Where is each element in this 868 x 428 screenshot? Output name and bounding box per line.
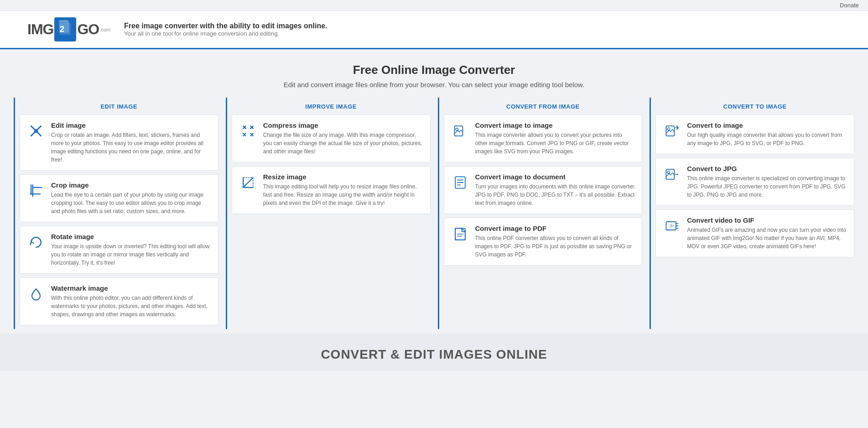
tool-card-watermark-image[interactable]: Watermark imageWith this online photo ed… [20, 277, 218, 325]
tool-content-compress-image: Compress imageChange the file size of an… [263, 121, 424, 156]
tool-desc-rotate-image: Your image is upside down or inverted? T… [51, 242, 212, 267]
tool-title-convert-image-to-pdf: Convert image to PDF [475, 224, 636, 232]
category-edit-image: EDIT IMAGE Edit imageCrop or rotate an i… [14, 98, 218, 329]
tool-title-watermark-image: Watermark image [51, 284, 212, 292]
convert-doc-icon [451, 173, 470, 192]
rotate-icon [26, 233, 46, 252]
tool-card-convert-to-jpg[interactable]: Convert to JPGThis online image converte… [655, 158, 854, 206]
tool-desc-watermark-image: With this online photo editor, you can a… [51, 294, 212, 318]
hero-subtitle: Edit and convert image files online from… [9, 81, 859, 89]
hero-title: Free Online Image Converter [9, 63, 859, 77]
logo-com-text: .com [99, 27, 110, 32]
edit-icon [26, 121, 46, 141]
tool-content-convert-to-image-tool: Convert to imageOur high quality image c… [687, 121, 847, 147]
tool-content-convert-image-to-image: Convert image to imageThis image convert… [475, 121, 636, 156]
tool-desc-convert-to-image-tool: Our high quality image converter that al… [687, 131, 847, 147]
convert-pdf-icon [451, 224, 470, 244]
category-header-convert-to-image: CONVERT TO IMAGE [655, 98, 854, 115]
tool-desc-convert-video-to-gif: Animated GIFs are amazing and now you ca… [687, 226, 847, 251]
categories-section: EDIT IMAGE Edit imageCrop or rotate an i… [0, 98, 868, 329]
compress-icon [239, 121, 258, 141]
donate-link[interactable]: Donate [840, 2, 859, 9]
tool-title-resize-image: Resize image [263, 173, 424, 181]
logo-img-text: IMG [27, 21, 53, 38]
category-improve-image: IMPROVE IMAGE Compress imageChange the f… [226, 98, 431, 329]
category-convert-to-image: CONVERT TO IMAGE Convert to imageOur hig… [650, 98, 854, 329]
top-bar: Donate [0, 0, 868, 11]
tool-desc-convert-image-to-image: This image converter allows you to conve… [475, 131, 636, 156]
tool-content-convert-to-jpg: Convert to JPGThis online image converte… [687, 165, 847, 199]
svg-point-17 [667, 128, 670, 130]
tool-title-edit-image-tool: Edit image [51, 121, 212, 129]
tool-content-convert-video-to-gif: Convert video to GIFAnimated GIFs are am… [687, 216, 847, 251]
tool-title-convert-to-jpg: Convert to JPG [687, 165, 847, 172]
to-image-icon [662, 121, 681, 141]
tool-content-resize-image: Resize imageThis image editing tool will… [263, 173, 424, 207]
resize-icon [239, 173, 258, 192]
header-tagline-main: Free image converter with the ability to… [124, 22, 327, 30]
tool-content-convert-image-to-document: Convert image to documentTurn your image… [475, 173, 636, 207]
tool-content-rotate-image: Rotate imageYour image is upside down or… [51, 233, 212, 267]
tool-desc-resize-image: This image editing tool will help you to… [263, 183, 424, 207]
tool-title-convert-image-to-image: Convert image to image [475, 121, 636, 129]
watermark-icon [26, 284, 46, 303]
crop-icon [26, 181, 46, 200]
tool-card-crop-image[interactable]: Crop imageLead the eye to a certain part… [20, 174, 218, 222]
tool-card-convert-image-to-document[interactable]: Convert image to documentTurn your image… [444, 166, 643, 214]
tool-title-crop-image: Crop image [51, 181, 212, 189]
category-header-convert-from-image: CONVERT FROM IMAGE [444, 98, 643, 115]
tool-desc-edit-image-tool: Crop or rotate an image. Add filters, te… [51, 131, 212, 164]
svg-text:2: 2 [60, 25, 64, 34]
tool-content-crop-image: Crop imageLead the eye to a certain part… [51, 181, 212, 215]
tool-content-convert-image-to-pdf: Convert image to PDFThis online PDF conv… [475, 224, 636, 259]
tool-title-compress-image: Compress image [263, 121, 424, 129]
header-tagline-sub: Your all in one tool for online image co… [124, 30, 327, 37]
tool-card-compress-image[interactable]: Compress imageChange the file size of an… [232, 115, 431, 162]
svg-point-8 [456, 128, 458, 130]
tool-card-convert-to-image-tool[interactable]: Convert to imageOur high quality image c… [655, 115, 854, 154]
tool-card-rotate-image[interactable]: Rotate imageYour image is upside down or… [20, 226, 218, 274]
tool-desc-crop-image: Lead the eye to a certain part of your p… [51, 191, 212, 215]
tool-title-rotate-image: Rotate image [51, 233, 212, 240]
tool-content-watermark-image: Watermark imageWith this online photo ed… [51, 284, 212, 318]
convert-image-icon [451, 121, 470, 141]
tool-card-resize-image[interactable]: Resize imageThis image editing tool will… [232, 166, 431, 214]
tool-content-edit-image-tool: Edit imageCrop or rotate an image. Add f… [51, 121, 212, 164]
to-gif-icon [662, 216, 681, 235]
tool-card-convert-image-to-image[interactable]: Convert image to imageThis image convert… [444, 115, 643, 162]
tool-title-convert-video-to-gif: Convert video to GIF [687, 216, 847, 224]
logo-box: 2 [54, 17, 76, 42]
tool-card-convert-image-to-pdf[interactable]: Convert image to PDFThis online PDF conv… [444, 218, 643, 266]
tool-card-convert-video-to-gif[interactable]: Convert video to GIFAnimated GIFs are am… [655, 209, 854, 257]
svg-point-20 [667, 171, 670, 173]
tool-desc-convert-image-to-document: Turn your images into documents with thi… [475, 183, 636, 207]
tool-title-convert-to-image-tool: Convert to image [687, 121, 847, 129]
tool-title-convert-image-to-document: Convert image to document [475, 173, 636, 181]
tool-desc-compress-image: Change the file size of any image. With … [263, 131, 424, 156]
tool-card-edit-image-tool[interactable]: Edit imageCrop or rotate an image. Add f… [20, 115, 218, 171]
category-convert-from-image: CONVERT FROM IMAGE Convert image to imag… [438, 98, 643, 329]
category-header-edit-image: EDIT IMAGE [20, 98, 218, 115]
to-jpg-icon [662, 165, 681, 184]
logo-go-text: GO [77, 21, 99, 38]
svg-marker-23 [670, 224, 675, 228]
header-description: Free image converter with the ability to… [124, 22, 327, 37]
header: IMG 2 GO .com Free image converter with … [0, 11, 868, 49]
logo-doc-icon: 2 [58, 19, 73, 37]
tool-desc-convert-image-to-pdf: This online PDF converter allows you to … [475, 234, 636, 259]
footer-banner-title: CONVERT & EDIT IMAGES ONLINE [9, 347, 859, 362]
footer-banner: CONVERT & EDIT IMAGES ONLINE [0, 334, 868, 371]
category-header-improve-image: IMPROVE IMAGE [232, 98, 431, 115]
tool-desc-convert-to-jpg: This online image converter is specializ… [687, 174, 847, 199]
hero-section: Free Online Image Converter Edit and con… [0, 49, 868, 98]
logo[interactable]: IMG 2 GO .com [27, 17, 110, 42]
